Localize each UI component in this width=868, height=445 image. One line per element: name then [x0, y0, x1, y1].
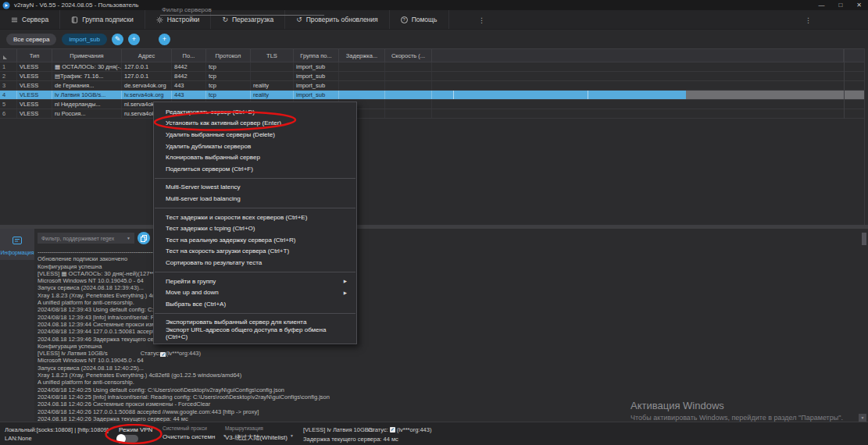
- minimize-button[interactable]: —: [818, 2, 824, 9]
- context-menu-item[interactable]: Удалить дубликаты серверов: [154, 141, 356, 152]
- menubar-item-1[interactable]: Сервера: [0, 10, 60, 29]
- cell-delay: [339, 81, 385, 90]
- context-menu-item[interactable]: Тест на реальную задержку сервера (Ctrl+…: [154, 234, 356, 246]
- context-menu-item[interactable]: Редактировать сервер (Ctrl+D): [154, 106, 356, 118]
- context-menu-item[interactable]: Тест задержки и скорости всех серверов (…: [154, 212, 356, 223]
- local-listen-label: Локальный:[socks:10808] | [http:10809]: [5, 426, 109, 433]
- menubar-item-6[interactable]: ?Помощь: [390, 10, 449, 29]
- table-row[interactable]: 5VLESSnl Нидерланды...nl.serva4ok.org: [0, 100, 864, 109]
- context-menu-item-label: Удалить выбранные серверы (Delete): [166, 131, 275, 138]
- cell-speed: [385, 109, 432, 118]
- context-menu-item[interactable]: Клонировать выбранный сервер: [154, 151, 356, 163]
- windows-activation-watermark: Активация Windows: [630, 400, 724, 411]
- menubar-item-label: Настройки: [167, 16, 200, 23]
- column-header-2[interactable]: Примечания: [52, 49, 122, 62]
- cell-speed: [385, 100, 432, 109]
- server-toolbar: Все сервера import_sub ✎ + +: [0, 30, 868, 48]
- context-menu-item[interactable]: Multi-server load balancing: [154, 193, 356, 205]
- tab-information-label: Информация: [1, 250, 34, 255]
- log-line: 2024/08/18 12:40:25 [Info] infra/conf/se…: [38, 393, 854, 400]
- context-menu-item[interactable]: Тест задержки с tcping (Ctrl+O): [154, 222, 356, 234]
- context-menu-item[interactable]: Поделиться сервером (Ctrl+F): [154, 163, 356, 175]
- cell-tls: [251, 72, 294, 80]
- vpn-mode-toggle[interactable]: [117, 435, 138, 443]
- add-server-button[interactable]: +: [159, 34, 170, 45]
- add-subscription-button[interactable]: +: [128, 34, 140, 45]
- context-menu-item-label: Тест на скорость загрузки сервера (Ctrl+…: [166, 247, 289, 255]
- cell-delay: [339, 72, 385, 80]
- maximize-button[interactable]: □: [838, 2, 842, 9]
- current-delay-label: Задержка текущего сервера: 44 мс: [303, 436, 398, 443]
- cell-tls: reality: [251, 81, 294, 90]
- panel-splitter[interactable]: [0, 225, 868, 229]
- log-line: Запуск сервиса (2024.08.18 12:40:25)...: [38, 365, 854, 372]
- context-menu-item[interactable]: Экспорт URL-адресов общего доступа в буф…: [154, 328, 356, 340]
- cell-protocol: tcp: [206, 81, 251, 90]
- menubar-item-label: Перезагрузка: [232, 16, 273, 23]
- cell-protocol: tcp: [206, 72, 251, 80]
- status-check-icon: ✓: [390, 427, 395, 433]
- context-menu-item-label: Выбрать все (Ctrl+A): [166, 301, 226, 308]
- context-menu-item-label: Экспорт URL-адресов общего доступа в буф…: [166, 326, 347, 340]
- copy-log-button[interactable]: [138, 232, 150, 244]
- context-menu-item[interactable]: Перейти в группу▶: [154, 276, 356, 287]
- menubar-item-2[interactable]: Группа подписки: [60, 10, 145, 29]
- edit-subscription-button[interactable]: ✎: [112, 34, 123, 45]
- copy-icon: [140, 231, 148, 245]
- system-proxy-select[interactable]: Очистить системн ▼: [163, 433, 227, 440]
- cell-num: 2: [0, 72, 17, 80]
- scrollbar-down-arrow[interactable]: ▼: [859, 414, 866, 422]
- context-menu-item[interactable]: Сортировать по результату теста: [154, 257, 356, 269]
- column-header-9[interactable]: Скорость (...: [385, 49, 432, 62]
- cell-port: 443: [172, 91, 206, 99]
- column-header-4[interactable]: По...: [172, 49, 206, 62]
- column-header-7[interactable]: Группа по...: [294, 49, 339, 62]
- table-row[interactable]: 3VLESSde Германия...de.serva4ok.org443tc…: [0, 81, 864, 91]
- context-menu-item-label: Поделиться сервером (Ctrl+F): [166, 166, 253, 173]
- help-icon: ?: [401, 16, 408, 23]
- column-header-5[interactable]: Протокол: [206, 49, 251, 62]
- cell-speed: [385, 81, 432, 90]
- log-line: Microsoft Windows NT 10.0.19045.0 - 64: [38, 357, 854, 364]
- column-header-8[interactable]: Задержка...: [339, 49, 385, 62]
- cell-remark: ▦ ОСТАЛОСЬ: 30 дня(-...: [52, 62, 122, 71]
- titlebar-overflow-icon[interactable]: ⋮: [805, 10, 812, 30]
- close-button[interactable]: ✕: [856, 2, 862, 9]
- column-header-6[interactable]: TLS: [251, 49, 294, 62]
- windows-activation-watermark-sub: Чтобы активировать Windows, перейдите в …: [630, 414, 843, 422]
- context-menu-item[interactable]: Move up and down▶: [154, 287, 356, 298]
- subscription-chip[interactable]: import_sub: [62, 34, 107, 45]
- context-menu-item-label: Multi-server load balancing: [166, 195, 241, 202]
- column-header-1[interactable]: Тип: [17, 49, 52, 62]
- routing-select[interactable]: V3-绕过大陆(Whitelist) ▼: [225, 433, 294, 442]
- tab-information[interactable]: Информация: [0, 229, 34, 260]
- context-menu-item-label: Перейти в группу: [166, 278, 216, 285]
- cell-type: VLESS: [17, 81, 52, 90]
- table-row[interactable]: 6VLESSru Россия...ru.serva4ok.org: [0, 109, 864, 119]
- context-menu-item[interactable]: Тест на скорость загрузки сервера (Ctrl+…: [154, 246, 356, 258]
- context-menu-item[interactable]: Выбрать все (Ctrl+A): [154, 298, 356, 310]
- scrollbar-thumb[interactable]: [862, 233, 866, 245]
- all-servers-chip[interactable]: Все сервера: [6, 34, 56, 45]
- selected-row-grid-tick: [453, 91, 454, 99]
- cell-tls: [251, 62, 294, 71]
- context-menu-item-label: Move up and down: [166, 289, 219, 296]
- server-filter-input[interactable]: [160, 4, 324, 16]
- table-row[interactable]: 1VLESS▦ ОСТАЛОСЬ: 30 дня(-...127.0.0.184…: [0, 62, 864, 72]
- chevron-down-icon: ▼: [290, 433, 294, 442]
- column-header-select[interactable]: [0, 49, 17, 62]
- table-row[interactable]: 4VLESSlv Латвия 10GB/s...lv.serva4ok.org…: [0, 91, 864, 100]
- table-right-edge: [864, 48, 865, 225]
- vpn-mode-label: Режим VPN: [119, 426, 152, 433]
- context-menu-item[interactable]: Удалить выбранные серверы (Delete): [154, 129, 356, 141]
- context-menu-item[interactable]: Multi-Server lowest latency: [154, 182, 356, 194]
- log-filter-combo[interactable]: Фильтр, поддерживает regex ▼: [38, 233, 134, 244]
- table-row[interactable]: 2VLESS▤Трафик: 71.16...127.0.0.18442tcpi…: [0, 72, 864, 81]
- menubar-overflow-icon[interactable]: ⋮: [478, 10, 485, 30]
- status-label: Статус:: [368, 426, 388, 433]
- context-menu-item[interactable]: Установить как активный сервер (Enter): [154, 118, 356, 130]
- log-line: 2024/08/18 12:40:25 Using default config…: [38, 386, 854, 393]
- column-header-3[interactable]: Адрес: [122, 49, 172, 62]
- app-logo-icon: [2, 2, 10, 9]
- context-menu-item-label: Удалить дубликаты серверов: [166, 143, 251, 150]
